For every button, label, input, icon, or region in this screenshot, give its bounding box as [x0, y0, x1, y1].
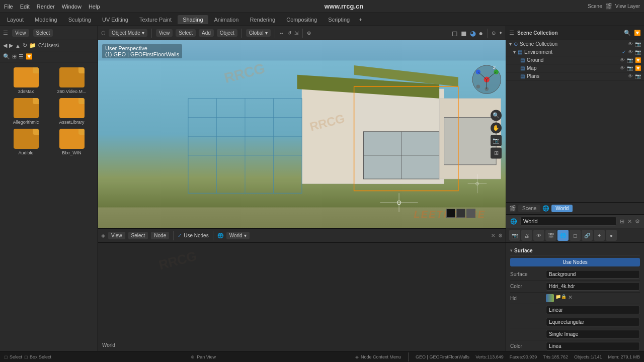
world-copy-icon[interactable]: ⊞: [620, 218, 624, 225]
props-tab-output[interactable]: 🖨: [521, 230, 532, 241]
zoom-icon[interactable]: 🔍: [491, 110, 502, 121]
tab-scene[interactable]: Scene: [518, 205, 540, 212]
outliner-filter-icon[interactable]: 🔽: [634, 30, 641, 36]
camera-icon-scene[interactable]: 📷: [635, 41, 641, 47]
nav-up-icon[interactable]: ▲: [15, 43, 21, 49]
tab-compositing[interactable]: Compositing: [281, 15, 322, 24]
list-view-icon[interactable]: ☰: [19, 53, 24, 60]
global-dropdown[interactable]: Global ▾: [246, 29, 271, 37]
local-view-icon[interactable]: ⊕: [307, 30, 311, 36]
transform-icon[interactable]: ↔: [279, 30, 284, 36]
tab-animation[interactable]: Animation: [209, 15, 244, 24]
object-mode-dropdown[interactable]: Object Mode ▾: [109, 29, 147, 37]
world-name-input[interactable]: [520, 217, 617, 226]
props-tab-scene[interactable]: 🎬: [545, 230, 556, 241]
node-canvas[interactable]: Texture Coordinate Generated Normal UV: [98, 243, 506, 351]
world-type-dropdown[interactable]: World ▾: [226, 232, 250, 239]
node-view-btn[interactable]: View: [108, 232, 125, 239]
tab-rendering[interactable]: Rendering: [245, 15, 280, 24]
tab-uv-editing[interactable]: UV Editing: [97, 15, 133, 24]
file-item-360video[interactable]: 360.Video.M...: [51, 67, 93, 94]
viewport-overlay-icon[interactable]: ⊙: [492, 30, 496, 36]
tab-modeling[interactable]: Modeling: [30, 15, 62, 24]
eye-icon-ground[interactable]: 👁: [620, 57, 625, 63]
pan-icon[interactable]: ✋: [491, 122, 502, 133]
use-nodes-button[interactable]: Use Nodes: [510, 258, 640, 266]
pan-view-btn[interactable]: Pan View: [197, 354, 216, 359]
camera-icon-env[interactable]: 📷: [635, 49, 641, 55]
file-item-3dsmax[interactable]: 3dsMax: [5, 67, 47, 94]
outliner-environment[interactable]: ▾ ▤ Environment ✓ 👁 📷: [506, 48, 644, 56]
menu-help[interactable]: Help: [89, 4, 100, 10]
props-tab-world[interactable]: 🌐: [557, 230, 569, 241]
viewport-add-btn[interactable]: Add: [199, 29, 214, 37]
props-tab-view[interactable]: 👁: [533, 230, 544, 241]
rotate-icon[interactable]: ↺: [287, 30, 291, 36]
grid-icon[interactable]: ⊞: [491, 147, 502, 158]
file-item-audible[interactable]: Audible: [5, 129, 47, 155]
props-tab-material[interactable]: ●: [606, 230, 617, 241]
world-unlink-icon[interactable]: ✕: [627, 218, 632, 225]
node-settings-icon[interactable]: ⚙: [498, 233, 503, 238]
tab-layout[interactable]: Layout: [2, 15, 29, 24]
props-tab-particles[interactable]: ✦: [594, 230, 605, 241]
props-tab-object[interactable]: ◻: [570, 230, 581, 241]
camera-icon-plans[interactable]: 📷: [635, 73, 641, 79]
node-context-menu-label[interactable]: Node Context Menu: [361, 354, 401, 359]
color-prop-value[interactable]: Hdri_4k.hdr: [546, 282, 640, 291]
sidebar-view-btn[interactable]: View: [12, 29, 29, 37]
filter-icon-map[interactable]: 🔽: [635, 65, 641, 71]
shading-material-icon[interactable]: ◕: [470, 29, 476, 37]
file-item-assetlibrary[interactable]: AssetLibrary: [51, 98, 93, 125]
outliner-search-icon[interactable]: 🔍: [624, 30, 631, 36]
eye-icon-env[interactable]: 👁: [628, 49, 633, 55]
tab-shading[interactable]: Shading: [178, 15, 208, 24]
single-image-value[interactable]: Single Image: [546, 330, 640, 338]
grid-view-icon[interactable]: ⊞: [12, 53, 17, 60]
props-tab-constraints[interactable]: 🔗: [582, 230, 593, 241]
filter-icon[interactable]: 🔽: [26, 53, 33, 60]
camera-icon-map[interactable]: 📷: [627, 65, 633, 71]
tab-scripting[interactable]: Scripting: [323, 15, 355, 24]
node-add-btn[interactable]: Node: [151, 232, 169, 239]
env-check-icon[interactable]: ✓: [622, 49, 626, 55]
eye-icon-map[interactable]: 👁: [620, 65, 625, 71]
nav-forward-icon[interactable]: ▶: [9, 42, 13, 49]
scale-icon[interactable]: ⇲: [294, 30, 298, 36]
sidebar-select-btn[interactable]: Select: [33, 29, 53, 37]
box-select-btn[interactable]: Box Select: [30, 354, 51, 359]
linear-value[interactable]: Linear: [546, 306, 640, 314]
viewport-view-btn[interactable]: View: [156, 29, 173, 37]
eye-icon-plans[interactable]: 👁: [628, 73, 633, 79]
refresh-icon[interactable]: ↻: [23, 42, 27, 49]
viewport-select-btn[interactable]: Select: [176, 29, 196, 37]
outliner-map[interactable]: ▤ Map 👁 📷 🔽: [506, 64, 644, 72]
shading-solid-icon[interactable]: ◼: [461, 29, 467, 37]
menu-file[interactable]: File: [4, 4, 13, 10]
outliner-plans[interactable]: ▤ Plans 👁 📷: [506, 72, 644, 80]
viewport-object-btn[interactable]: Object: [217, 29, 237, 37]
file-item-bfxr[interactable]: Bfxr_WIN: [51, 129, 93, 155]
viewport-gizmo-icon[interactable]: ✦: [499, 30, 503, 36]
menu-render[interactable]: Render: [37, 4, 55, 10]
nav-back-icon[interactable]: ◀: [3, 42, 7, 49]
use-nodes-toggle[interactable]: ✓ Use Nodes: [178, 233, 208, 238]
menu-edit[interactable]: Edit: [20, 4, 30, 10]
shading-wire-icon[interactable]: ◻: [452, 29, 458, 37]
hd-icons[interactable]: 📁🔒: [555, 294, 567, 302]
outliner-ground[interactable]: ▤ Ground 👁 📷 🔽: [506, 56, 644, 64]
tab-texture-paint[interactable]: Texture Paint: [134, 15, 177, 24]
eye-icon-scene[interactable]: 👁: [628, 41, 633, 47]
tab-add[interactable]: +: [356, 15, 365, 24]
node-close-icon[interactable]: ✕: [491, 233, 495, 238]
node-select-btn[interactable]: Select: [128, 232, 148, 239]
props-tab-render[interactable]: 📷: [509, 230, 520, 241]
file-item-allegorithmic[interactable]: Allegorithmic: [5, 98, 47, 125]
select-status-btn[interactable]: Select: [10, 354, 22, 359]
tab-world[interactable]: World: [551, 205, 573, 212]
camera-icon-ground[interactable]: 📷: [627, 57, 633, 63]
equirect-value[interactable]: Equirectangular: [546, 318, 640, 326]
filter-icon-ground[interactable]: 🔽: [635, 57, 641, 63]
menu-window[interactable]: Window: [62, 4, 82, 10]
surface-type-value[interactable]: Background: [546, 270, 640, 279]
